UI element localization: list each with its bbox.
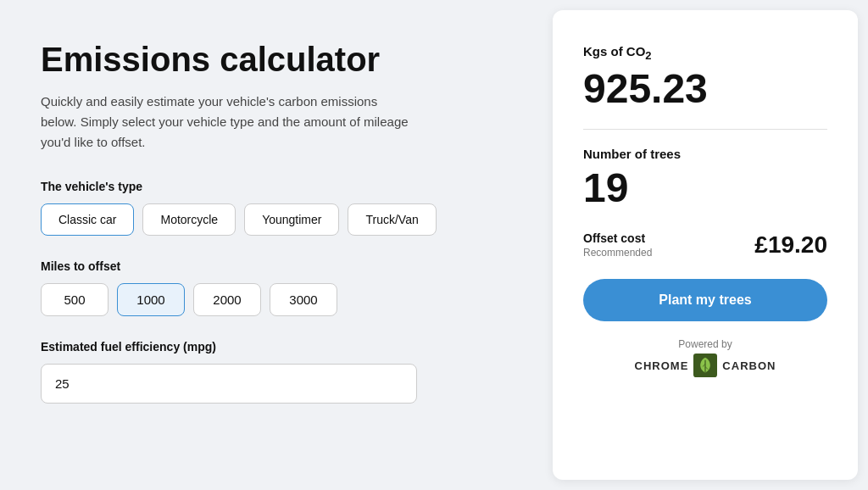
mpg-input[interactable] — [41, 364, 417, 404]
powered-by-label: Powered by — [583, 338, 827, 350]
mpg-label: Estimated fuel efficiency (mpg) — [41, 340, 512, 354]
trees-label: Number of trees — [583, 147, 827, 161]
leaf-icon — [693, 354, 717, 377]
page-title: Emissions calculator — [41, 41, 512, 78]
co2-label: Kgs of CO2 — [583, 44, 827, 62]
miles-option-2000[interactable]: 2000 — [193, 283, 261, 316]
offset-row: Offset cost Recommended £19.20 — [583, 231, 827, 259]
offset-sublabel: Recommended — [583, 247, 652, 259]
vehicle-option-truck-van[interactable]: Truck/Van — [348, 203, 436, 236]
vehicle-option-classic-car[interactable]: Classic car — [41, 203, 134, 236]
offset-cost: £19.20 — [754, 231, 827, 259]
offset-label: Offset cost — [583, 231, 652, 245]
miles-label: Miles to offset — [41, 259, 512, 273]
logo-text-left: CHROME — [635, 359, 689, 372]
trees-value: 19 — [583, 164, 827, 211]
miles-option-1000[interactable]: 1000 — [117, 283, 185, 316]
vehicle-option-youngtimer[interactable]: Youngtimer — [244, 203, 339, 236]
vehicle-type-group: Classic car Motorcycle Youngtimer Truck/… — [41, 203, 512, 236]
plant-trees-button[interactable]: Plant my trees — [583, 279, 827, 321]
vehicle-option-motorcycle[interactable]: Motorcycle — [142, 203, 236, 236]
miles-group: 500 1000 2000 3000 — [41, 283, 512, 316]
chrome-carbon-logo: CHROME CARBON — [583, 354, 827, 377]
miles-option-500[interactable]: 500 — [41, 283, 108, 316]
miles-option-3000[interactable]: 3000 — [270, 283, 337, 316]
co2-value: 925.23 — [583, 65, 827, 112]
vehicle-type-label: The vehicle's type — [41, 180, 512, 193]
logo-text-right: CARBON — [722, 359, 776, 372]
divider — [583, 129, 827, 130]
page-description: Quickly and easily estimate your vehicle… — [41, 92, 414, 153]
powered-by-section: Powered by CHROME CARBON — [583, 338, 827, 377]
